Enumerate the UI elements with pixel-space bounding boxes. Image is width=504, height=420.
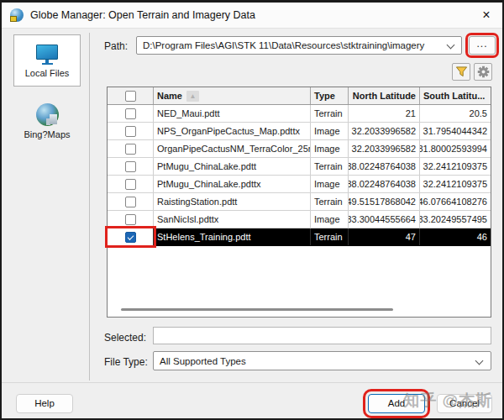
file-table: Name ▲ Type North Latitude South Latitu.… — [107, 87, 491, 318]
row-checkbox-cell[interactable] — [108, 123, 154, 139]
window-title: Globe Manager: Open Terrain and Imagery … — [30, 9, 255, 21]
row-checkbox[interactable] — [125, 161, 136, 172]
row-checkbox[interactable] — [125, 197, 136, 207]
monitor-icon — [36, 45, 58, 65]
cell-north-latitude[interactable]: 21 — [349, 105, 420, 122]
cancel-button[interactable]: Cancel — [437, 394, 492, 413]
cell-north-latitude[interactable]: 49.51517868042 — [349, 193, 420, 210]
path-label: Path: — [104, 40, 128, 52]
cell-north-latitude[interactable]: 38.02248764038 — [349, 158, 420, 175]
cell-name[interactable]: NPS_OrganPipeCactus_Map.pdttx — [154, 123, 311, 139]
table-header-row: Name ▲ Type North Latitude South Latitu.… — [108, 87, 491, 105]
table-row[interactable]: OrganPipeCactusNM_TerraColor_25m.jp2 Ima… — [108, 140, 491, 158]
row-checkbox[interactable] — [125, 179, 136, 190]
help-button[interactable]: Help — [16, 394, 73, 413]
sidebar-divider — [89, 33, 90, 381]
table-row[interactable]: SanNicIsl.pdttx Image 33.30044555664 33.… — [108, 211, 491, 228]
filter-button[interactable] — [452, 63, 470, 81]
cell-name[interactable]: PtMugu_ChinaLake.pdtt — [154, 158, 311, 175]
add-button[interactable]: Add — [368, 394, 425, 413]
column-header-label: Name — [157, 91, 182, 101]
filter-funnel-icon — [455, 66, 468, 78]
globe-manager-dialog: Globe Manager: Open Terrain and Imagery … — [0, 0, 504, 420]
table-body: NED_Maui.pdtt Terrain 21 20.5 NPS_OrganP… — [108, 105, 491, 246]
cell-north-latitude[interactable]: 47 — [349, 228, 420, 245]
cell-name[interactable]: NED_Maui.pdtt — [154, 105, 311, 122]
row-checkbox-cell[interactable] — [108, 211, 154, 228]
sort-ascending-icon: ▲ — [186, 91, 199, 102]
cell-name[interactable]: SanNicIsl.pdttx — [154, 211, 311, 228]
file-type-value: All Supported Types — [160, 356, 246, 366]
cell-north-latitude[interactable]: 38.02248764038 — [349, 176, 420, 192]
cell-type[interactable]: Terrain — [311, 105, 349, 122]
path-combobox[interactable]: D:\Program Files\AGI\STK 11\Data\Resourc… — [136, 36, 462, 55]
cell-name[interactable]: StHelens_Training.pdtt — [154, 228, 311, 245]
settings-gear-icon — [477, 66, 490, 78]
cell-south-latitude[interactable]: 31.7954044342 — [420, 123, 491, 139]
cell-type[interactable]: Terrain — [311, 158, 349, 175]
cell-north-latitude[interactable]: 32.2033996582 — [349, 123, 420, 139]
cell-south-latitude[interactable]: 46 — [420, 228, 491, 245]
sidebar-item-local-files[interactable]: Local Files — [13, 34, 81, 87]
row-checkbox-cell[interactable] — [108, 158, 154, 175]
chevron-down-icon — [475, 357, 484, 365]
row-checkbox[interactable] — [125, 144, 136, 155]
file-type-label: File Type: — [104, 356, 148, 368]
cell-south-latitude[interactable]: 31.80002593994 — [420, 140, 491, 157]
cell-type[interactable]: Image — [311, 176, 349, 192]
sidebar-item-bing-maps[interactable]: Bing?Maps — [13, 95, 81, 147]
column-header-name[interactable]: Name ▲ — [154, 87, 311, 104]
table-row[interactable]: NPS_OrganPipeCactus_Map.pdttx Image 32.2… — [108, 123, 491, 140]
cell-type[interactable]: Terrain — [311, 193, 349, 210]
table-row[interactable]: NED_Maui.pdtt Terrain 21 20.5 — [108, 105, 491, 123]
table-row[interactable]: StHelens_Training.pdtt Terrain 47 46 — [108, 228, 491, 246]
globe-manager-app-icon — [10, 8, 24, 22]
table-row[interactable]: PtMugu_ChinaLake.pdtt Terrain 38.0224876… — [108, 158, 491, 176]
row-checkbox[interactable] — [125, 108, 136, 119]
cell-south-latitude[interactable]: 46.07664108276 — [420, 193, 491, 210]
column-header-north-latitude[interactable]: North Latitude — [349, 87, 420, 104]
row-checkbox-cell[interactable] — [108, 228, 154, 245]
file-type-select[interactable]: All Supported Types — [153, 351, 491, 370]
horizontal-scrollbar[interactable] — [121, 308, 393, 311]
row-checkbox[interactable] — [125, 126, 136, 137]
path-value: D:\Program Files\AGI\STK 11\Data\Resourc… — [143, 40, 424, 50]
cell-south-latitude[interactable]: 32.2412109375 — [420, 176, 491, 192]
column-header-type[interactable]: Type — [311, 87, 349, 104]
cell-type[interactable]: Image — [311, 140, 349, 157]
row-checkbox-cell[interactable] — [108, 176, 154, 192]
cell-name[interactable]: OrganPipeCactusNM_TerraColor_25m.jp2 — [154, 140, 311, 157]
row-checkbox-cell[interactable] — [108, 140, 154, 157]
row-checkbox-cell[interactable] — [108, 105, 154, 122]
row-checkbox-cell[interactable] — [108, 193, 154, 210]
globe-icon — [36, 103, 59, 126]
title-bar: Globe Manager: Open Terrain and Imagery … — [2, 3, 502, 29]
close-icon[interactable]: × — [477, 7, 496, 24]
column-header-south-latitude[interactable]: South Latitu... — [420, 87, 491, 104]
cell-south-latitude[interactable]: 20.5 — [420, 105, 491, 122]
select-all-header-cell[interactable] — [108, 87, 154, 104]
bottom-divider — [2, 382, 502, 383]
cell-type[interactable]: Image — [311, 211, 349, 228]
chevron-down-icon — [447, 41, 455, 50]
cell-name[interactable]: PtMugu_ChinaLake.pdttx — [154, 176, 311, 192]
selected-input[interactable] — [153, 327, 491, 344]
cell-north-latitude[interactable]: 33.30044555664 — [349, 211, 420, 228]
cell-north-latitude[interactable]: 32.2033996582 — [349, 140, 420, 157]
sidebar-item-label: Local Files — [25, 68, 70, 78]
selected-label: Selected: — [104, 332, 146, 344]
row-checkbox[interactable] — [125, 232, 136, 243]
row-checkbox[interactable] — [125, 214, 136, 225]
select-all-checkbox[interactable] — [125, 91, 136, 102]
cell-name[interactable]: RaistingStation.pdtt — [154, 193, 311, 210]
browse-button[interactable]: ... — [469, 36, 496, 55]
table-row[interactable]: PtMugu_ChinaLake.pdttx Image 38.02248764… — [108, 176, 491, 193]
table-row[interactable]: RaistingStation.pdtt Terrain 49.51517868… — [108, 193, 491, 211]
cell-type[interactable]: Terrain — [311, 228, 349, 245]
sidebar-item-label: Bing?Maps — [24, 129, 70, 139]
cell-south-latitude[interactable]: 33.20249557495 — [420, 211, 491, 228]
settings-button[interactable] — [474, 63, 492, 81]
cell-type[interactable]: Image — [311, 123, 349, 139]
cell-south-latitude[interactable]: 32.2412109375 — [420, 158, 491, 175]
